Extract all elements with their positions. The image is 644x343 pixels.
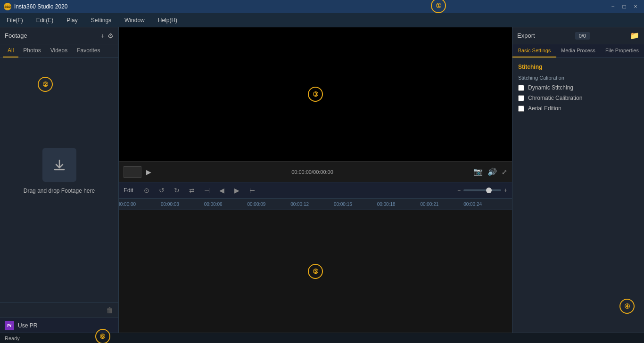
- main-body: Footage + ⚙ All Photos Videos Favorites …: [0, 27, 644, 333]
- time-marker-5: 00:00:15: [334, 202, 352, 207]
- time-marker-3: 00:00:09: [247, 202, 265, 207]
- drop-zone[interactable]: Drag and drop Footage here: [24, 148, 95, 194]
- export-counter: 0/0: [575, 32, 590, 40]
- time-marker-8: 00:00:24: [463, 202, 482, 207]
- left-panel: Footage + ⚙ All Photos Videos Favorites …: [0, 27, 119, 333]
- edit-tool-end[interactable]: ⊢: [247, 185, 258, 196]
- edit-tool-swap[interactable]: ⇄: [186, 185, 198, 196]
- pr-label: Use PR: [18, 322, 37, 329]
- chromatic-calibration-row: Chromatic Calibration: [518, 95, 638, 101]
- dynamic-stitching-label[interactable]: Dynamic Stitching: [528, 84, 573, 91]
- export-folder-button[interactable]: 📁: [630, 31, 639, 40]
- badge-4: ④: [619, 299, 635, 314]
- menu-bar: File(F) Edit(E) Play Settings Window Hel…: [0, 13, 644, 27]
- center-panel: ③ ▶ 00:00:00/00:00:00 📷 🔊 ⤢ Edit ⊙ ↺ ↻ ⇄…: [119, 27, 512, 333]
- menu-file[interactable]: File(F): [4, 15, 26, 25]
- footage-tab-videos[interactable]: Videos: [46, 44, 72, 57]
- minimize-button[interactable]: −: [608, 2, 618, 11]
- timeline[interactable]: 00:00:00 00:00:03 00:00:06 00:00:09 00:0…: [119, 199, 512, 333]
- right-content: ④ Stitching Stitching Calibration Dynami…: [512, 58, 644, 333]
- title-bar: 360 Insta360 Studio 2020 − □ ×: [0, 0, 644, 13]
- stitching-section-title: Stitching: [518, 64, 638, 70]
- zoom-thumb[interactable]: [486, 188, 492, 193]
- footage-tab-all[interactable]: All: [3, 44, 18, 57]
- badge-3: ③: [308, 87, 323, 102]
- footage-header: Footage + ⚙: [0, 27, 118, 44]
- maximize-button[interactable]: □: [619, 2, 629, 11]
- zoom-plus-button[interactable]: +: [504, 187, 507, 194]
- footage-tab-favorites[interactable]: Favorites: [72, 44, 105, 57]
- status-text: Ready: [5, 335, 20, 341]
- aerial-edition-checkbox[interactable]: [518, 106, 524, 112]
- drop-text: Drag and drop Footage here: [24, 188, 95, 194]
- edit-tool-gyroscope[interactable]: ⊙: [141, 185, 152, 196]
- pr-bar: Pr Use PR: [0, 318, 118, 333]
- time-marker-1: 00:00:03: [161, 202, 179, 207]
- time-marker-2: 00:00:06: [204, 202, 223, 207]
- time-marker-4: 00:00:12: [290, 202, 309, 207]
- footage-title: Footage: [5, 32, 27, 39]
- menu-edit[interactable]: Edit(E): [33, 15, 57, 25]
- time-marker-0: 00:00:00: [119, 202, 136, 207]
- status-bar: Ready ⑥: [0, 333, 644, 343]
- menu-help[interactable]: Help(H): [155, 15, 180, 25]
- dynamic-stitching-checkbox[interactable]: [518, 85, 524, 91]
- edit-tool-rotate-left[interactable]: ↺: [156, 185, 167, 196]
- menu-window[interactable]: Window: [122, 15, 148, 25]
- badge-5: ⑤: [308, 264, 323, 279]
- edit-label: Edit: [124, 187, 133, 194]
- zoom-minus-button[interactable]: −: [457, 187, 461, 194]
- footage-settings-button[interactable]: ⚙: [107, 32, 114, 40]
- dynamic-stitching-row: Dynamic Stitching: [518, 84, 638, 91]
- time-marker-6: 00:00:18: [377, 202, 396, 207]
- zoom-slider[interactable]: [463, 189, 501, 191]
- timecode-display: 00:00:00/00:00:00: [156, 169, 469, 175]
- timeline-tracks[interactable]: ⑤: [119, 210, 512, 333]
- time-marker-7: 00:00:21: [420, 202, 438, 207]
- footage-content: ② Drag and drop Footage here: [0, 58, 118, 302]
- zoom-controls: − +: [457, 187, 507, 194]
- app-title: Insta360 Studio 2020: [14, 3, 67, 10]
- badge-2: ②: [38, 77, 53, 92]
- chromatic-calibration-checkbox[interactable]: [518, 95, 524, 101]
- right-panel: Export 0/0 📁 Basic Settings Media Proces…: [512, 27, 644, 333]
- title-bar-controls: − □ ×: [608, 2, 640, 11]
- export-title: Export: [517, 32, 535, 39]
- right-tab-basic-settings[interactable]: Basic Settings: [512, 44, 556, 57]
- video-preview: ③: [119, 27, 512, 161]
- app-icon: 360: [4, 3, 11, 10]
- stitching-calibration-label: Stitching Calibration: [518, 75, 638, 81]
- footage-add-button[interactable]: +: [101, 32, 105, 40]
- chromatic-calibration-label[interactable]: Chromatic Calibration: [528, 95, 582, 101]
- right-tabs: Basic Settings Media Process File Proper…: [512, 44, 644, 58]
- aerial-edition-row: Aerial Edition: [518, 105, 638, 112]
- drop-icon: [42, 148, 76, 182]
- camera-button[interactable]: 📷: [473, 167, 483, 176]
- play-button[interactable]: ▶: [146, 168, 151, 176]
- export-header: Export 0/0 📁: [512, 27, 644, 44]
- edit-tool-prev[interactable]: ◀: [216, 185, 228, 196]
- edit-tool-next[interactable]: ▶: [231, 185, 243, 196]
- footage-tabs: All Photos Videos Favorites: [0, 44, 118, 58]
- close-button[interactable]: ×: [631, 2, 640, 11]
- footage-bottom: 🗑: [0, 302, 118, 318]
- volume-button[interactable]: 🔊: [487, 167, 497, 176]
- footage-tab-photos[interactable]: Photos: [18, 44, 45, 57]
- title-bar-left: 360 Insta360 Studio 2020: [4, 3, 67, 10]
- fullscreen-button[interactable]: ⤢: [502, 168, 507, 176]
- menu-settings[interactable]: Settings: [88, 15, 114, 25]
- right-tab-file-properties[interactable]: File Properties: [600, 44, 644, 57]
- edit-bar: Edit ⊙ ↺ ↻ ⇄ ⊣ ◀ ▶ ⊢ − +: [119, 182, 512, 199]
- timeline-ruler: 00:00:00 00:00:03 00:00:06 00:00:09 00:0…: [119, 199, 512, 210]
- preview-thumbnail: [124, 166, 141, 178]
- right-tab-media-process[interactable]: Media Process: [556, 44, 600, 57]
- pr-icon: Pr: [5, 321, 14, 330]
- footage-actions: + ⚙: [101, 32, 114, 40]
- menu-play[interactable]: Play: [64, 15, 80, 25]
- edit-tool-rotate-right[interactable]: ↻: [171, 185, 182, 196]
- video-controls: ▶ 00:00:00/00:00:00 📷 🔊 ⤢: [119, 161, 512, 182]
- footage-delete-button[interactable]: 🗑: [106, 306, 114, 315]
- edit-tool-start[interactable]: ⊣: [201, 185, 213, 196]
- aerial-edition-label[interactable]: Aerial Edition: [528, 105, 561, 112]
